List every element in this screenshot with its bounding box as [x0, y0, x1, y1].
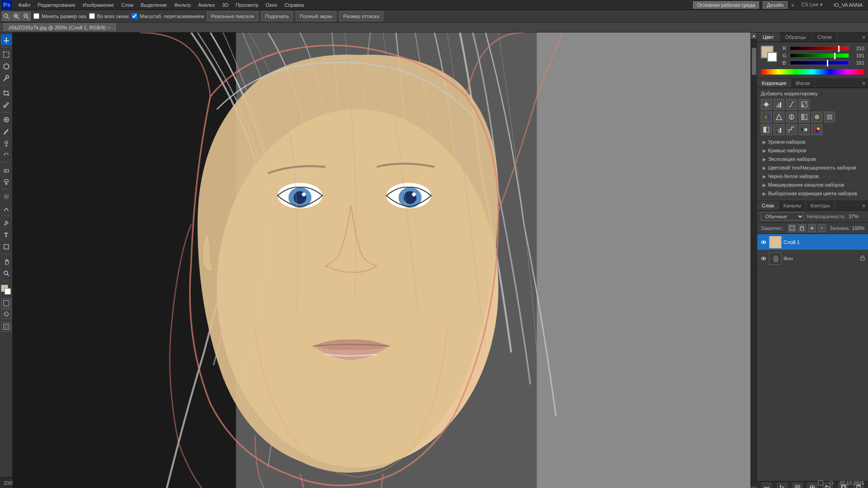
hand-tool[interactable]	[1, 256, 12, 267]
menu-image[interactable]: Изображение	[79, 1, 118, 9]
b-slider[interactable]	[790, 61, 849, 65]
background-swatch[interactable]	[767, 52, 777, 62]
color-spectrum[interactable]	[761, 69, 864, 75]
hsl-icon[interactable]	[774, 112, 784, 122]
move-tool[interactable]	[1, 34, 12, 45]
brush-tool[interactable]	[1, 126, 12, 137]
layer-style-btn[interactable]: fx	[777, 483, 787, 488]
menu-analysis[interactable]: Анализ	[194, 1, 218, 9]
eyedropper-tool[interactable]	[1, 99, 12, 110]
resize-window-checkbox[interactable]	[33, 13, 39, 19]
swatches-tab[interactable]: Образцы	[780, 33, 812, 42]
doc-tab-close-btn[interactable]: ×	[108, 25, 110, 30]
menu-filter[interactable]: Фильтр	[170, 1, 194, 9]
menu-edit[interactable]: Редактирование	[34, 1, 79, 9]
levels-icon[interactable]	[774, 99, 784, 110]
paths-tab[interactable]: Контуры	[806, 201, 835, 210]
paint-bucket-tool[interactable]	[1, 176, 12, 187]
real-pixels-btn[interactable]: Реальные пиксели	[207, 11, 258, 21]
blend-mode-select[interactable]: Обычные	[761, 212, 804, 221]
exposure-icon[interactable]	[799, 99, 810, 110]
invert-icon[interactable]	[761, 124, 772, 135]
adj-selective-color[interactable]: ▶ Выборочная коррекция цвета наборов	[761, 189, 864, 198]
menu-layers[interactable]: Слои	[118, 1, 137, 9]
adj-hsl[interactable]: ▶ Цветовой тон/Насыщенность наборов	[761, 164, 864, 172]
color-panel-menu[interactable]: ≡	[860, 33, 868, 42]
layer-1-eye[interactable]	[760, 239, 767, 246]
eraser-tool[interactable]	[1, 164, 12, 175]
styles-tab[interactable]: Стили	[812, 33, 838, 42]
doc-tab-item[interactable]: z5ibZO3SyTk.jpg @ 200% (Слой 1, RGB/8) ×	[4, 23, 116, 31]
bw-icon[interactable]	[799, 112, 810, 122]
layers-tab[interactable]: Слои	[757, 201, 779, 210]
adj-channel-mixer[interactable]: ▶ Микширование каналов наборов	[761, 181, 864, 189]
workspace-expand-icon[interactable]: »	[791, 2, 794, 8]
menu-help[interactable]: Справка	[281, 1, 307, 9]
color-tab[interactable]: Цвет	[757, 33, 780, 42]
screen-mode-btn[interactable]	[1, 322, 11, 332]
marquee-tool[interactable]	[1, 49, 12, 60]
dodge-tool[interactable]	[1, 203, 12, 214]
lock-position-btn[interactable]	[808, 224, 816, 232]
pen-tool[interactable]	[1, 218, 12, 229]
menu-view[interactable]: Просмотр	[232, 1, 262, 9]
zoom-in-btn[interactable]	[12, 12, 21, 21]
correction-panel-menu[interactable]: ≡	[860, 79, 868, 88]
status-icon-2[interactable]	[827, 479, 836, 488]
background-color[interactable]	[5, 288, 11, 295]
channels-tab[interactable]: Каналы	[779, 201, 806, 210]
shape-tool[interactable]	[1, 241, 12, 252]
menu-file[interactable]: Файл	[14, 1, 34, 9]
vibrance-icon[interactable]	[761, 112, 772, 122]
lock-transparent-btn[interactable]	[788, 224, 796, 232]
zoom-out-btn[interactable]	[22, 12, 31, 21]
photo-filter-icon[interactable]	[811, 112, 822, 122]
threshold-icon[interactable]	[786, 124, 797, 135]
menu-window[interactable]: Окно	[262, 1, 281, 9]
status-icon-1[interactable]	[816, 479, 825, 488]
brightness-icon[interactable]	[761, 99, 772, 110]
workspace-main-btn[interactable]: Основная рабочая среда	[693, 1, 760, 9]
lasso-tool[interactable]	[1, 61, 12, 72]
scroll-thumb[interactable]	[752, 48, 756, 75]
lock-all-btn[interactable]: +	[818, 224, 826, 232]
gradient-map-icon[interactable]	[799, 124, 810, 135]
healing-tool[interactable]	[1, 114, 12, 125]
adj-exposure[interactable]: ▶ Экспозиция наборов	[761, 155, 864, 164]
standard-mode-btn[interactable]	[1, 298, 11, 308]
layer-bg-eye[interactable]	[760, 255, 767, 262]
full-screen-btn[interactable]: Полный экран	[296, 11, 336, 21]
selective-color-icon[interactable]	[811, 124, 822, 135]
adj-bw[interactable]: ▶ Черно-белое наборов	[761, 172, 864, 181]
blur-tool[interactable]	[1, 191, 12, 202]
menu-select[interactable]: Выделение	[137, 1, 170, 9]
cs-live-btn[interactable]: CS Live ▾	[797, 2, 826, 8]
adj-levels[interactable]: ▶ Уровни наборов	[761, 138, 864, 146]
type-tool[interactable]: T	[1, 230, 12, 240]
layer-item-bg[interactable]: Фон	[757, 250, 868, 267]
scale-drag-checkbox[interactable]	[132, 13, 137, 19]
g-slider[interactable]	[790, 53, 849, 58]
zoom-tool-btn[interactable]	[2, 12, 11, 21]
channel-mixer-icon[interactable]	[824, 112, 835, 122]
layer-link-btn[interactable]	[762, 483, 772, 488]
correction-tab[interactable]: Коррекция	[757, 79, 791, 88]
crop-tool[interactable]	[1, 88, 12, 99]
menu-3d[interactable]: 3D	[218, 1, 232, 9]
layers-panel-menu[interactable]: ≡	[860, 201, 868, 210]
all-windows-checkbox[interactable]	[89, 13, 95, 19]
curves-icon[interactable]	[786, 99, 797, 110]
clone-tool[interactable]	[1, 138, 12, 149]
fit-btn[interactable]: Подогнать	[261, 11, 293, 21]
print-size-btn[interactable]: Размер оттиска	[339, 11, 383, 21]
fill-value[interactable]: 100%	[852, 225, 864, 231]
vertical-scrollbar[interactable]: ▲ ▼	[750, 33, 757, 488]
color-balance-icon[interactable]	[786, 112, 797, 122]
zoom-tool[interactable]	[1, 268, 12, 279]
layer-item-1[interactable]: Слой 1	[757, 234, 868, 250]
layer-mask-btn[interactable]	[793, 483, 802, 488]
quick-mask-btn[interactable]	[1, 309, 11, 319]
masks-tab[interactable]: Маски	[791, 79, 815, 88]
opacity-value[interactable]: 37%	[849, 214, 864, 219]
scroll-up-btn[interactable]: ▲	[751, 33, 757, 39]
